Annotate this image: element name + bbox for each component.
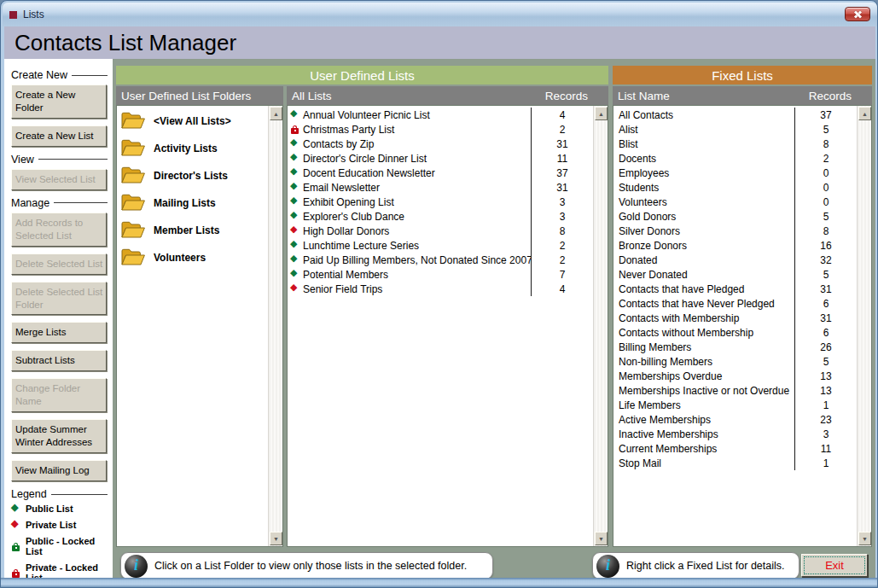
- fixed-list-row[interactable]: Bronze Donors 16: [613, 238, 857, 253]
- list-row[interactable]: Exhibit Opening List 3: [288, 195, 593, 209]
- folder-row[interactable]: Volunteers: [117, 244, 268, 271]
- fixed-list-row[interactable]: Docents 2: [613, 151, 857, 166]
- fixed-list-row[interactable]: Billing Members 26: [613, 340, 857, 354]
- sidebar-button[interactable]: Merge Lists: [11, 322, 107, 343]
- list-type-icon: [290, 125, 301, 134]
- fixed-list-records: 13: [795, 370, 857, 382]
- folders-column-header: User Defined List Folders: [116, 86, 283, 105]
- fixed-list-row[interactable]: Contacts without Membership 6: [613, 325, 857, 340]
- folder-row[interactable]: Director's Lists: [117, 162, 268, 189]
- fixed-list-name: Blist: [619, 138, 638, 150]
- fixed-list-row[interactable]: Stop Mail 1: [613, 456, 857, 470]
- list-row[interactable]: Lunchtime Lecture Series 2: [288, 238, 593, 253]
- fixed-list-row[interactable]: Memberships Overdue 13: [613, 369, 857, 383]
- list-row[interactable]: Senior Field Trips 4: [288, 282, 593, 296]
- fixed-list-row[interactable]: Students 0: [613, 180, 857, 195]
- legend-items: Public List Private List Public - Locked…: [11, 504, 108, 583]
- view-buttons: View Selected List: [11, 169, 108, 190]
- list-records: 31: [532, 138, 593, 150]
- fixed-list-row[interactable]: Gold Donors 5: [613, 209, 857, 224]
- folder-label: Member Lists: [154, 224, 219, 236]
- list-type-icon: [290, 139, 301, 148]
- fixed-list-row[interactable]: Active Memberships 23: [613, 412, 857, 427]
- folder-row[interactable]: Mailing Lists: [117, 189, 268, 217]
- fixed-list-row[interactable]: Alist 5: [613, 122, 857, 137]
- list-row[interactable]: Docent Education Newsletter 37: [288, 166, 593, 180]
- folder-row[interactable]: Member Lists: [117, 217, 268, 244]
- scroll-down-icon[interactable]: ▼: [270, 532, 282, 545]
- list-records: 31: [532, 182, 593, 194]
- sidebar-button[interactable]: View Mailing Log: [11, 460, 107, 481]
- list-row[interactable]: Director's Circle Dinner List 11: [288, 151, 593, 166]
- fixed-lists-scrollbar[interactable]: ▲ ▼: [857, 106, 871, 546]
- sidebar-button[interactable]: Delete Selected List: [11, 253, 107, 275]
- scroll-down-icon[interactable]: ▼: [858, 532, 871, 545]
- fixed-list-row[interactable]: Employees 0: [613, 166, 857, 180]
- folder-icon: [120, 247, 146, 268]
- sidebar-button[interactable]: Create a New List: [11, 125, 107, 147]
- fixed-list-row[interactable]: Contacts with Membership 31: [613, 311, 857, 325]
- legend-label: Private List: [26, 520, 76, 530]
- scroll-up-icon[interactable]: ▲: [595, 107, 608, 120]
- sidebar-button[interactable]: Add Records to Selected List: [11, 212, 107, 247]
- list-row[interactable]: High Dollar Donors 8: [288, 224, 593, 238]
- fixed-list-row[interactable]: Current Memberships 11: [613, 441, 857, 456]
- list-row[interactable]: Potential Members 7: [288, 267, 593, 282]
- scroll-up-icon[interactable]: ▲: [270, 107, 282, 120]
- folders-scrollbar[interactable]: ▲ ▼: [268, 106, 282, 546]
- fixed-list-name: Memberships Inactive or not Overdue: [619, 385, 789, 397]
- sidebar-button[interactable]: Subtract Lists: [11, 350, 107, 371]
- fixed-list-row[interactable]: Volunteers 0: [613, 195, 857, 209]
- fixed-list-records: 23: [795, 414, 857, 426]
- fixed-list-row[interactable]: All Contacts 37: [613, 108, 857, 122]
- fixed-list-records: 0: [795, 196, 857, 208]
- sidebar-button[interactable]: View Selected List: [11, 169, 107, 190]
- fixed-list-row[interactable]: Donated 32: [613, 253, 857, 267]
- folder-label: Volunteers: [154, 252, 206, 264]
- list-row[interactable]: Contacts by Zip 31: [288, 137, 593, 151]
- fixed-list-row[interactable]: Life Members 1: [613, 398, 857, 412]
- list-row[interactable]: Explorer's Club Dance 3: [288, 209, 593, 224]
- fixed-list-row[interactable]: Inactive Memberships 3: [613, 427, 857, 441]
- exit-button[interactable]: Exit: [801, 554, 868, 577]
- folder-row[interactable]: Activity Lists: [117, 135, 268, 162]
- fixed-list-row[interactable]: Contacts that have Never Pledged 6: [613, 296, 857, 311]
- fixed-list-name: Contacts with Membership: [619, 312, 739, 324]
- close-button[interactable]: [845, 7, 870, 21]
- divider: [38, 159, 108, 160]
- list-type-icon: [290, 226, 301, 236]
- fixed-hint-text: Right click a Fixed List for details.: [626, 560, 785, 572]
- fixed-list-name: Silver Donors: [619, 225, 680, 237]
- fixed-list-row[interactable]: Non-billing Members 5: [613, 354, 857, 369]
- fixed-list-row[interactable]: Never Donated 5: [613, 267, 857, 282]
- fixed-list-records: 11: [795, 443, 857, 455]
- list-name: Annual Volunteer Picnic List: [303, 109, 430, 121]
- list-row[interactable]: Email Newsletter 31: [288, 180, 593, 195]
- sidebar-button[interactable]: Update Summer Winter Addresses: [11, 419, 107, 453]
- fixed-list-records: 31: [795, 283, 857, 295]
- fixed-list-name: Billing Members: [619, 341, 691, 353]
- scroll-up-icon[interactable]: ▲: [858, 107, 871, 120]
- legend-label: Public - Locked List: [26, 536, 108, 556]
- list-name: Docent Education Newsletter: [303, 167, 435, 179]
- list-row[interactable]: Annual Volunteer Picnic List 4: [288, 108, 593, 122]
- list-row[interactable]: Paid Up Billing Members, Not Donated Sin…: [288, 253, 593, 267]
- sidebar-button[interactable]: Create a New Folder: [11, 84, 107, 119]
- list-name: Christmas Party List: [303, 124, 394, 136]
- scroll-down-icon[interactable]: ▼: [595, 532, 608, 545]
- fixed-list-row[interactable]: Contacts that have Pledged 31: [613, 282, 857, 296]
- all-lists-scrollbar[interactable]: ▲ ▼: [593, 106, 608, 546]
- fixed-lists-rows: All Contacts 37 Alist 5 Blist 8 Doc: [613, 106, 857, 546]
- sidebar-button[interactable]: Change Folder Name: [11, 378, 107, 412]
- fixed-list-records: 6: [795, 327, 857, 339]
- list-records: 4: [532, 109, 593, 121]
- list-row[interactable]: Christmas Party List 2: [288, 122, 593, 137]
- fixed-list-row[interactable]: Blist 8: [613, 137, 857, 151]
- sidebar-button[interactable]: Delete Selected List Folder: [11, 282, 107, 316]
- list-name: Potential Members: [303, 269, 388, 281]
- fixed-list-row[interactable]: Silver Donors 8: [613, 224, 857, 238]
- list-records: 4: [532, 283, 593, 295]
- window-bottom-border: [1, 578, 877, 587]
- fixed-list-row[interactable]: Memberships Inactive or not Overdue 13: [613, 383, 857, 398]
- folder-row[interactable]: <View All Lists>: [117, 108, 268, 135]
